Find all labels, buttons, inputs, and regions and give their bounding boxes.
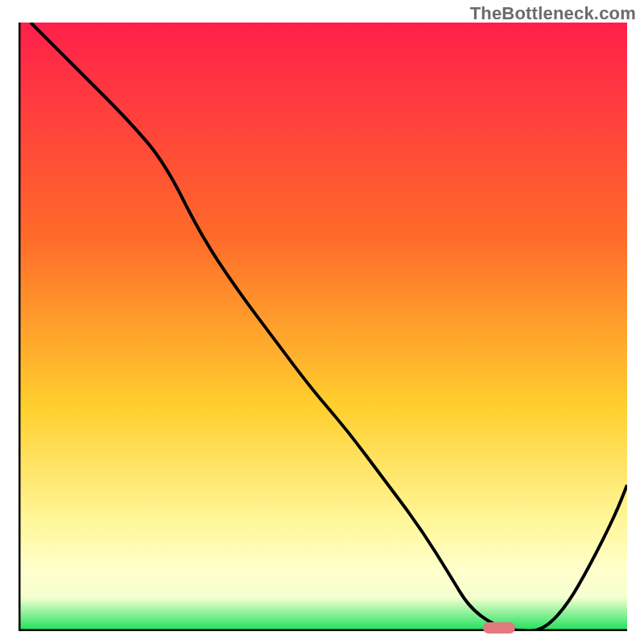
chart-stage: TheBottleneck.com: [0, 0, 644, 644]
gradient-background: [19, 23, 627, 631]
optimum-marker: [483, 622, 515, 634]
watermark-text: TheBottleneck.com: [470, 3, 636, 24]
plot-area: [19, 23, 627, 631]
chart-svg: [19, 23, 627, 631]
